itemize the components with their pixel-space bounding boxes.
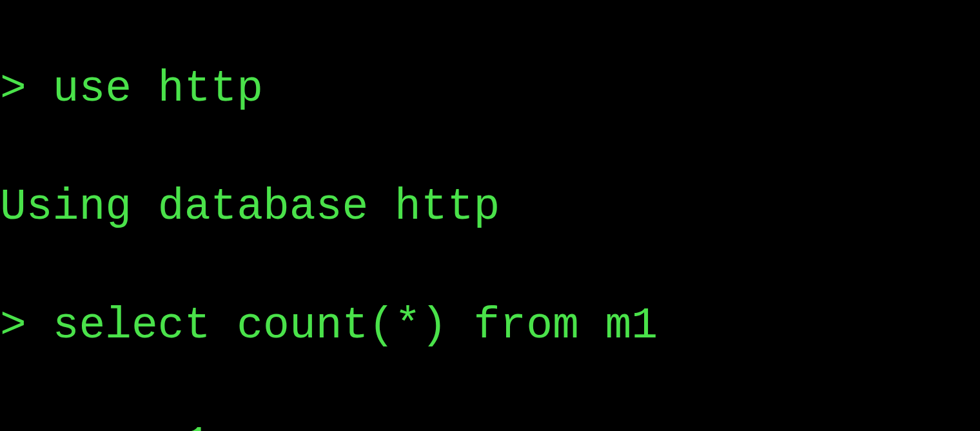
response-line-1: Using database http [0,177,980,237]
command-line-2: > select count(*) from m1 [0,296,980,356]
prompt: > [0,64,53,114]
prompt: > [0,301,53,350]
result-name-line: name: m1 [0,415,980,431]
command-line-1: > use http [0,59,980,119]
command-text: use http [53,64,263,114]
command-text: select count(*) from m1 [53,301,658,350]
terminal-output[interactable]: > use http Using database http > select … [0,0,980,431]
